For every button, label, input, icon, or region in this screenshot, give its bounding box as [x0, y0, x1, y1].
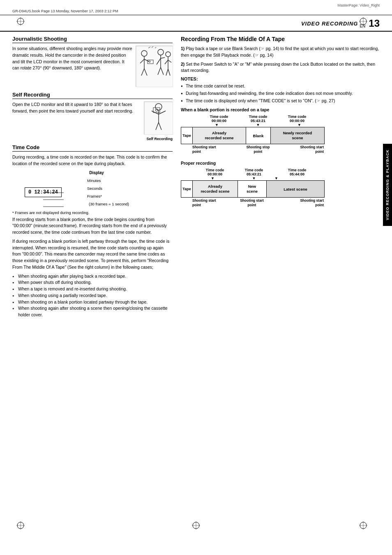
blank-tape-row: Tape Alreadyrecorded scene Blank Newly r…	[181, 127, 380, 144]
display-title: Display	[21, 170, 173, 175]
tc3-value: 00:00:00	[270, 119, 324, 123]
time-code-title: Time Code	[12, 144, 173, 152]
pr-tc2-value: 05:43:21	[238, 172, 270, 176]
label-frames: Frames* (30 frames = 1 second)	[87, 192, 129, 208]
list-item: When shooting on a blank portion located…	[12, 299, 173, 306]
pr-tape-cell-already: Alreadyrecorded scene	[193, 181, 238, 197]
label-minutes: Minutes	[87, 177, 129, 184]
page-header-title: VIDEO RECORDING	[301, 21, 358, 27]
masterpage-label: MasterPage: Video_Right	[0, 0, 392, 8]
tc2-value: 05:43:21	[246, 119, 270, 123]
tc1-label: Time code	[192, 115, 246, 119]
list-item: When shooting using a partially recorded…	[12, 292, 173, 299]
proper-recording-section: Proper recording Time code 00:00:00 ▼ Ti…	[181, 161, 380, 207]
blank-shoot-points: Shooting startpoint Shooting stoppoint S…	[192, 145, 380, 154]
step2: 2) Set the Power Switch to "A" or "M" wh…	[181, 61, 380, 74]
journalistic-section: Journalistic Shooting	[12, 36, 173, 88]
time-code-body3: If during recording a blank portion is l…	[12, 238, 173, 271]
shoot-pt-2: Shooting stoppoint	[246, 145, 270, 154]
file-info: GR-D94US.book Page 13 Monday, November 1…	[0, 8, 392, 15]
display-diagram: Display 0 12:34	[21, 170, 173, 208]
tc3-label: Time code	[270, 115, 324, 119]
pr-tc1-value: 00:00:00	[192, 172, 238, 176]
page-container: MasterPage: Video_Right GR-D94US.book Pa…	[0, 0, 392, 555]
journalistic-title: Journalistic Shooting	[12, 36, 173, 43]
list-item: When power shuts off during shooting.	[12, 279, 173, 286]
tc1-value: 00:00:00	[192, 119, 246, 123]
list-item: When shooting again after playing back a…	[12, 273, 173, 280]
time-code-body2: If recording starts from a blank portion…	[12, 216, 173, 236]
tc2-label: Time code	[246, 115, 270, 119]
pr-tape-cell-latest: Latest scene	[267, 181, 324, 197]
time-code-bullets: When shooting again after playing back a…	[12, 273, 173, 318]
pr-tape-cell-new: Newscene	[238, 181, 267, 197]
self-recording-illustration	[144, 101, 173, 134]
asterisk-note: * Frames are not displayed during record…	[12, 210, 173, 215]
list-item: When shooting again after shooting a sce…	[12, 305, 173, 318]
tape-cell-already: Alreadyrecorded scene	[193, 127, 246, 144]
proper-rec-title: Proper recording	[181, 161, 380, 166]
pr-tc1-label: Time code	[192, 168, 238, 172]
reg-mark-bc	[192, 521, 200, 530]
pr-shoot-pt-3: Shooting startpoint	[266, 198, 324, 207]
reg-mark-tr	[359, 17, 367, 26]
list-item: When a tape is removed and re-inserted d…	[12, 286, 173, 292]
blank-portion-title: When a blank portion is recorded on a ta…	[181, 107, 380, 112]
step1: 1) Play back a tape or use Blank Search …	[181, 46, 380, 59]
proper-shoot-points: Shooting startpoint Shooting startpoint …	[192, 198, 380, 207]
shoot-pt-3: Shooting startpoint	[270, 145, 324, 154]
page-header: VIDEO RECORDING EN 13	[0, 15, 392, 32]
page-number: 13	[369, 18, 380, 29]
pr-tc3-value: 05:44:00	[270, 172, 324, 176]
label-seconds: Seconds	[87, 184, 129, 192]
right-title: Recording From The Middle Of A Tape	[181, 36, 380, 42]
pr-tc2-label: Time code	[238, 168, 270, 172]
content-area: Journalistic Shooting	[0, 32, 392, 324]
list-item: The time code is displayed only when "TI…	[181, 98, 380, 104]
tape-label-proper: Tape	[181, 180, 192, 198]
self-recording-section: Self Recording	[12, 92, 173, 141]
time-code-section: Time Code During recording, a time code …	[12, 144, 173, 318]
reg-mark-tl	[16, 17, 25, 26]
pr-tc3-label: Time code	[270, 168, 324, 172]
notes-title: NOTES:	[181, 76, 380, 81]
blank-portion-section: When a blank portion is recorded on a ta…	[181, 107, 380, 154]
pr-shoot-pt-2: Shooting startpoint	[238, 198, 266, 207]
list-item: During fast-forwarding and rewinding, th…	[181, 90, 380, 97]
shoot-pt-1: Shooting startpoint	[192, 145, 246, 154]
notes-section: NOTES: The time code cannot be reset. Du…	[181, 76, 380, 104]
sidebar-tab: VIDEO RECORDING & PLAYBACK	[383, 144, 392, 226]
tape-label-blank: Tape	[181, 127, 192, 144]
self-recording-title: Self Recording	[12, 92, 173, 99]
journalistic-illustration	[136, 46, 173, 87]
list-item: The time code cannot be reset.	[181, 83, 380, 90]
time-code-body1: During recording, a time code is recorde…	[12, 154, 173, 167]
tape-cell-blank: Blank	[246, 127, 271, 144]
tape-cell-newly: Newly recordedscene	[271, 127, 324, 144]
proper-tape-row: Tape Alreadyrecorded scene Newscene Late…	[181, 180, 380, 198]
left-column: Journalistic Shooting	[12, 36, 173, 320]
notes-list: The time code cannot be reset. During fa…	[181, 83, 380, 104]
reg-mark-br	[359, 521, 367, 530]
right-column: Recording From The Middle Of A Tape 1) P…	[181, 36, 380, 320]
reg-mark-bl	[16, 521, 25, 530]
pr-shoot-pt-1: Shooting startpoint	[192, 198, 238, 207]
self-recording-label: Self Recording	[12, 137, 173, 141]
